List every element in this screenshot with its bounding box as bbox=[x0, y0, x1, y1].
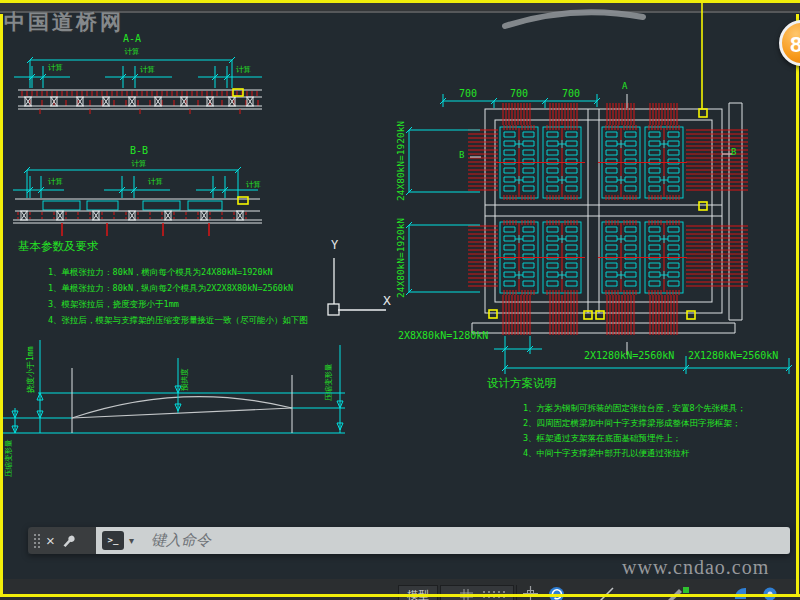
params-item: 1、单根张拉力：80kN，纵向每2个模具为2X2X8X80kN=2560kN bbox=[48, 283, 293, 295]
ucs-y-label: Y bbox=[331, 238, 338, 252]
section-bb-dim-label: 计算 bbox=[48, 177, 63, 187]
snap-cursor-icon[interactable] bbox=[523, 586, 538, 600]
section-bb-title: B-B bbox=[122, 145, 156, 156]
command-input[interactable]: >_ ▾ 键入命令 bbox=[96, 527, 790, 554]
plan-dim-left-bottom: 24X80kN=1920kN bbox=[395, 218, 406, 298]
ucs-x-label: X bbox=[383, 293, 391, 308]
plan-dim-left-top: 24X80kN=1920kN bbox=[395, 121, 406, 201]
command-line-bar: × >_ ▾ 键入命令 bbox=[28, 527, 790, 554]
plan-view-geometry bbox=[406, 3, 792, 374]
watermark-top-left: 中国道桥网 bbox=[4, 8, 124, 36]
section-aa-dim-label: 计算 bbox=[48, 63, 63, 73]
plan-marker-b-right: B bbox=[731, 147, 736, 157]
design-item: 2、四周固定横梁加中间十字支撑梁形成整体田字形框架； bbox=[523, 418, 741, 430]
watermark-arc bbox=[505, 12, 643, 26]
frame-border-bottom bbox=[0, 594, 800, 597]
watermark-bottom-right: www.cndao.com bbox=[622, 556, 769, 579]
isodraft-pencil-icon[interactable] bbox=[663, 586, 693, 600]
frame-border-top bbox=[0, 0, 800, 3]
design-item: 1、方案为钢制可拆装的固定张拉台座，安置8个先张模具； bbox=[523, 403, 746, 415]
params-item: 1、单根张拉力：80kN，横向每个模具为24X80kN=1920kN bbox=[48, 267, 273, 279]
plan-dim-700: 700 bbox=[505, 88, 533, 99]
section-aa-dim-label: 计算 bbox=[236, 65, 251, 75]
params-title: 基本参数及要求 bbox=[18, 239, 99, 254]
design-title: 设计方案说明 bbox=[487, 376, 556, 391]
ucs-icon bbox=[328, 258, 386, 315]
design-item: 4、中间十字支撑梁中部开孔以便通过张拉杆 bbox=[523, 448, 690, 460]
command-placeholder: 键入命令 bbox=[151, 531, 211, 550]
params-item: 4、张拉后，模架与支撑架的压缩变形量接近一致（尽可能小）如下图 bbox=[48, 315, 308, 327]
section-bb-total-dim-label: 计算 bbox=[122, 159, 156, 169]
close-icon[interactable]: × bbox=[46, 533, 55, 548]
design-item: 3、框架通过支架落在底面基础预埋件上； bbox=[523, 433, 681, 445]
drag-grip-icon[interactable] bbox=[33, 533, 40, 549]
plan-dim-700: 700 bbox=[557, 88, 585, 99]
plan-dim-700: 700 bbox=[454, 88, 482, 99]
cad-application-window: A-A 计算 计算 计算 计算 B-B 计算 计算 计算 计算 基本参数及要求 … bbox=[0, 0, 800, 600]
command-prompt-icon[interactable]: >_ bbox=[102, 531, 124, 550]
curve-deflection-label: 挠度小于1mm bbox=[25, 347, 36, 393]
section-bb-dim-label: 计算 bbox=[148, 177, 163, 187]
polar-tracking-icon[interactable] bbox=[598, 586, 615, 600]
annotation-visibility-icon[interactable] bbox=[762, 586, 778, 600]
section-aa-dim-label: 计算 bbox=[140, 65, 155, 75]
plan-dim-bottom-2: 2X1280kN=2560kN bbox=[688, 350, 778, 361]
frame-border-right bbox=[796, 14, 799, 594]
section-aa-total-dim-label: 计算 bbox=[112, 47, 152, 57]
plan-dim-bottom-small: 2X8X80kN=1280kN bbox=[398, 330, 488, 341]
frame-border-left bbox=[0, 14, 3, 594]
annotation-scale-icon[interactable] bbox=[733, 586, 749, 600]
camber-diagram-geometry bbox=[0, 340, 345, 433]
dynamic-input-icon[interactable] bbox=[548, 586, 565, 600]
wrench-icon[interactable] bbox=[61, 533, 76, 548]
params-item: 3、模架张拉后，挠度变形小于1mm bbox=[48, 299, 179, 311]
plan-dim-bottom-1: 2X1280kN=2560kN bbox=[584, 350, 674, 361]
plan-marker-b-left: B bbox=[459, 150, 464, 160]
plan-marker-a: A bbox=[622, 81, 627, 91]
section-bb-dim-label: 计算 bbox=[246, 180, 261, 190]
curve-compression-left-label: 压缩变形量 bbox=[4, 440, 14, 478]
model-tab-button[interactable]: 模型 bbox=[398, 585, 438, 600]
command-bar-handle[interactable]: × bbox=[28, 527, 96, 554]
grid-settings-button[interactable] bbox=[440, 585, 514, 600]
curve-compression-right-label: 压缩变形量 bbox=[324, 364, 334, 402]
chevron-down-icon[interactable]: ▾ bbox=[129, 536, 134, 546]
curve-camber-label: 预拱度 bbox=[180, 369, 190, 392]
